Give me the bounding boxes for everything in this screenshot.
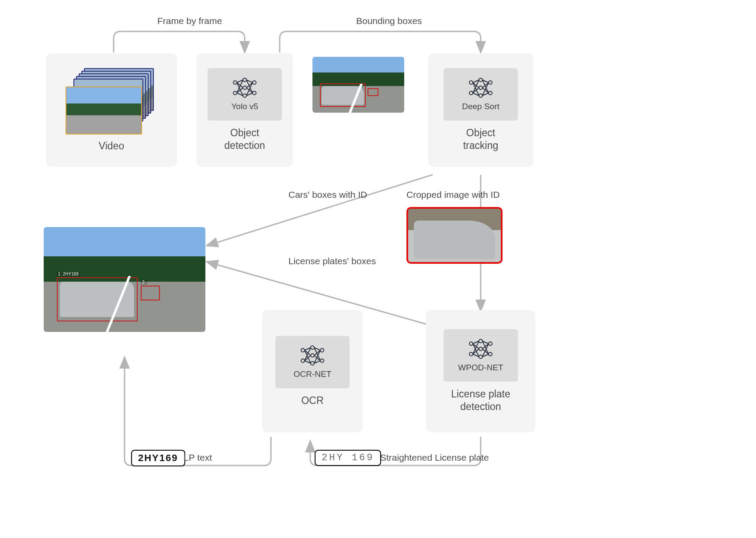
svg-point-13 bbox=[489, 81, 492, 84]
edge-cars-boxes-id: Cars' boxes with ID bbox=[288, 190, 367, 200]
svg-point-28 bbox=[489, 352, 492, 356]
edge-straightened-lp: Straightened License plate bbox=[380, 452, 489, 463]
model-wpodnet: WPOD-NET bbox=[444, 329, 518, 382]
stage-object-tracking: Deep Sort Object tracking bbox=[428, 53, 533, 167]
model-wpodnet-label: WPOD-NET bbox=[458, 363, 503, 372]
stage-ocr-label: OCR bbox=[301, 394, 323, 407]
svg-point-1 bbox=[233, 81, 237, 84]
model-deepsort-label: Deep Sort bbox=[462, 102, 499, 111]
svg-point-6 bbox=[253, 81, 256, 84]
svg-point-15 bbox=[301, 348, 305, 352]
svg-point-22 bbox=[469, 342, 473, 345]
result-bbox-label-2: 2: bbox=[141, 280, 147, 285]
neural-net-icon bbox=[232, 77, 258, 98]
svg-point-11 bbox=[479, 86, 482, 90]
edge-cropped-image-id: Cropped image with ID bbox=[406, 190, 500, 200]
stage-ocr: OCR-NET OCR bbox=[262, 310, 363, 432]
model-yolo-label: Yolo v5 bbox=[231, 102, 258, 111]
neural-net-icon bbox=[299, 345, 326, 366]
svg-point-24 bbox=[479, 339, 482, 343]
edge-bounding-boxes: Bounding boxes bbox=[356, 16, 422, 26]
svg-point-16 bbox=[301, 359, 305, 362]
svg-point-26 bbox=[479, 355, 482, 359]
svg-point-21 bbox=[320, 359, 324, 362]
svg-point-12 bbox=[479, 94, 482, 97]
model-deepsort: Deep Sort bbox=[444, 68, 518, 121]
svg-point-2 bbox=[233, 91, 237, 95]
stage-object-detection-label: Object detection bbox=[224, 127, 265, 152]
stage-lp-detection-label: License plate detection bbox=[451, 388, 510, 413]
edge-lp-text: LP text bbox=[184, 452, 212, 463]
stage-object-detection: Yolo v5 Object detection bbox=[197, 53, 293, 167]
svg-point-7 bbox=[253, 91, 256, 95]
cropped-car-image bbox=[406, 207, 503, 264]
edge-license-plates-boxes: License plates' boxes bbox=[288, 256, 376, 266]
svg-point-4 bbox=[243, 86, 246, 90]
svg-point-10 bbox=[479, 78, 482, 82]
stage-object-tracking-label: Object tracking bbox=[463, 127, 499, 152]
svg-point-17 bbox=[311, 346, 314, 349]
svg-point-25 bbox=[479, 347, 482, 351]
result-annotated-image: 1: 2HY169 2: bbox=[44, 227, 205, 332]
model-ocrnet: OCR-NET bbox=[275, 336, 350, 388]
stage-video: Video bbox=[46, 53, 177, 167]
neural-net-icon bbox=[468, 338, 494, 359]
model-yolo: Yolo v5 bbox=[208, 68, 282, 121]
svg-point-27 bbox=[489, 342, 492, 345]
svg-point-5 bbox=[243, 94, 246, 97]
stage-video-label: Video bbox=[99, 140, 124, 152]
svg-point-14 bbox=[489, 91, 492, 95]
svg-point-20 bbox=[320, 348, 324, 352]
plate-text-box: 2HY169 bbox=[131, 450, 185, 466]
svg-point-23 bbox=[469, 352, 473, 356]
model-ocrnet-label: OCR-NET bbox=[294, 369, 332, 379]
video-frames-stack bbox=[66, 68, 157, 134]
result-bbox-label-1: 1: 2HY169 bbox=[57, 272, 80, 276]
svg-point-19 bbox=[311, 362, 314, 365]
edge-frame-by-frame: Frame by frame bbox=[157, 16, 222, 26]
detection-preview-image bbox=[312, 57, 404, 113]
svg-point-3 bbox=[243, 78, 246, 82]
neural-net-icon bbox=[468, 77, 494, 98]
plate-image-box: 2HY 169 bbox=[315, 450, 381, 466]
stage-lp-detection: WPOD-NET License plate detection bbox=[426, 310, 535, 432]
svg-point-8 bbox=[469, 81, 473, 84]
svg-point-18 bbox=[311, 354, 314, 357]
svg-point-9 bbox=[469, 91, 473, 95]
